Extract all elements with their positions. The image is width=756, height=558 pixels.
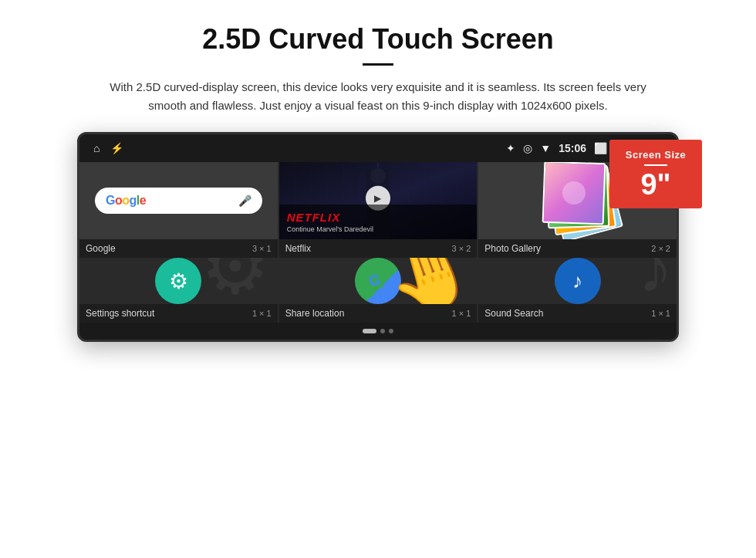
netflix-tile[interactable]: ▶ NETFLIX Continue Marvel's Daredevil Ne… (279, 162, 478, 258)
google-logo: Google (106, 194, 146, 208)
google-tile-content: Google 🎤 (79, 162, 278, 239)
badge-title: Screen Size (617, 149, 694, 161)
share-tile-content: G 🤚 (279, 258, 478, 304)
share-location-tile[interactable]: G 🤚 Share location 1 × 1 (279, 258, 478, 323)
photo-stack (539, 162, 616, 239)
title-divider (363, 63, 393, 66)
settings-tile-name: Settings shortcut (86, 308, 154, 319)
settings-tile-size: 1 × 1 (252, 309, 272, 318)
device-frame: ⌂ ⚡ ✦ ◎ ▼ 15:06 ⬜ 🔊 ✕ ▭ Goog (77, 132, 679, 342)
pagination-dot-1[interactable] (363, 329, 376, 333)
gear-icon-main: ⚙ (155, 258, 201, 304)
badge-size: 9" (617, 170, 694, 199)
bluetooth-icon: ✦ (506, 142, 515, 154)
usb-icon: ⚡ (110, 142, 123, 154)
google-tile-footer: Google 3 × 1 (79, 239, 278, 258)
settings-tile-content: ⚙ ⚙ (79, 258, 278, 304)
sound-tile-content: ♪ ♪ (478, 258, 677, 304)
photo-tile-footer: Photo Gallery 2 × 2 (478, 239, 677, 258)
app-grid-row2: ⚙ ⚙ Settings shortcut 1 × 1 G (79, 258, 677, 323)
settings-tile[interactable]: ⚙ ⚙ Settings shortcut 1 × 1 (79, 258, 278, 323)
app-grid-row1: Google 🎤 Google 3 × 1 (79, 162, 677, 258)
music-icon: ♪ (555, 258, 601, 304)
location-icon: ◎ (523, 142, 532, 154)
home-icon[interactable]: ⌂ (93, 142, 100, 154)
netflix-subtitle: Continue Marvel's Daredevil (287, 225, 470, 233)
google-search-box[interactable]: Google 🎤 (95, 188, 262, 214)
netflix-tile-footer: Netflix 3 × 2 (279, 239, 478, 258)
photo-tile-name: Photo Gallery (484, 243, 541, 254)
pagination (79, 323, 677, 340)
pagination-dot-2[interactable] (380, 329, 385, 333)
screen-wrapper: Screen Size 9" ⌂ ⚡ ✦ ◎ ▼ 15:06 ⬜ 🔊 ✕ ▭ (77, 132, 679, 342)
share-tile-footer: Share location 1 × 1 (279, 304, 478, 323)
photo-tile-size: 2 × 2 (651, 244, 670, 253)
music-bg-icon: ♪ (638, 258, 673, 304)
netflix-tile-name: Netflix (285, 243, 311, 254)
google-tile-size: 3 × 1 (252, 244, 272, 253)
page-description: With 2.5D curved-display screen, this de… (100, 78, 656, 115)
google-tile-name: Google (86, 243, 116, 254)
netflix-bg: ▶ NETFLIX Continue Marvel's Daredevil (279, 162, 478, 239)
netflix-tile-content: ▶ NETFLIX Continue Marvel's Daredevil (279, 162, 478, 239)
status-time: 15:06 (559, 142, 586, 154)
sound-tile-footer: Sound Search 1 × 1 (478, 304, 677, 323)
status-bar: ⌂ ⚡ ✦ ◎ ▼ 15:06 ⬜ 🔊 ✕ ▭ (79, 134, 677, 162)
pagination-dot-3[interactable] (389, 329, 393, 333)
share-tile-name: Share location (285, 308, 345, 319)
screen-size-badge: Screen Size 9" (609, 140, 702, 208)
netflix-logo: NETFLIX (287, 211, 470, 224)
sound-tile-name: Sound Search (484, 308, 543, 319)
mic-icon[interactable]: 🎤 (238, 194, 251, 207)
share-tile-size: 1 × 1 (452, 309, 471, 318)
camera-icon: ⬜ (594, 142, 607, 154)
gear-bg-icon: ⚙ (201, 258, 270, 304)
badge-divider (644, 164, 667, 166)
status-left: ⌂ ⚡ (93, 142, 123, 154)
page-title: 2.5D Curved Touch Screen (202, 23, 553, 56)
sound-tile-size: 1 × 1 (651, 309, 670, 318)
wifi-icon: ▼ (540, 142, 551, 154)
sound-search-tile[interactable]: ♪ ♪ Sound Search 1 × 1 (478, 258, 677, 323)
netflix-tile-size: 3 × 2 (452, 244, 471, 253)
netflix-overlay: NETFLIX Continue Marvel's Daredevil (279, 205, 478, 239)
settings-tile-footer: Settings shortcut 1 × 1 (79, 304, 278, 323)
photo-card-4 (542, 162, 606, 225)
google-tile[interactable]: Google 🎤 Google 3 × 1 (79, 162, 278, 258)
